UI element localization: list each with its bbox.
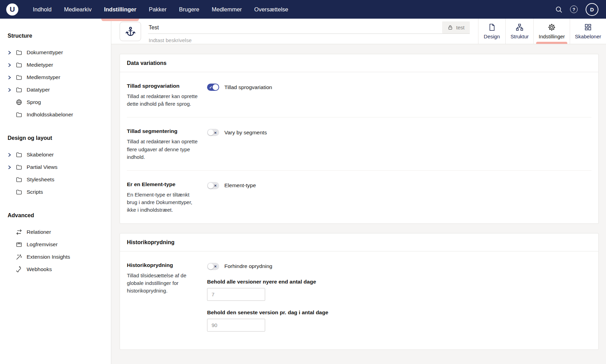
- sidebar-item-scripts[interactable]: Scripts: [8, 186, 108, 198]
- sidebar-item-label: Extension Insights: [27, 254, 70, 260]
- property-control: Tillad sprogvariation: [207, 83, 591, 108]
- tab-skabeloner[interactable]: Skabeloner: [570, 19, 606, 44]
- alias-lock-button[interactable]: test: [442, 21, 470, 33]
- keep-latest-version-days-input[interactable]: [207, 319, 265, 332]
- sidebar-item-dokumenttyper[interactable]: Dokumenttyper: [8, 46, 108, 59]
- sidebar-section-title: Structure: [8, 33, 108, 39]
- toggle-switch-off[interactable]: [207, 182, 219, 189]
- tab-label: Skabeloner: [575, 33, 601, 39]
- sidebar-item-indholdsskabeloner[interactable]: Indholdsskabeloner: [8, 108, 108, 121]
- sidebar-item-label: Webhooks: [27, 266, 52, 272]
- toggle-label: Tillad sprogvariation: [224, 84, 272, 90]
- keep-all-versions-days-input[interactable]: [207, 288, 265, 301]
- sidebar-item-medlemstyper[interactable]: Medlemstyper: [8, 71, 108, 84]
- search-icon[interactable]: [554, 5, 563, 13]
- help-icon[interactable]: [570, 6, 578, 13]
- folder-icon: [15, 111, 22, 118]
- chevron-right-icon[interactable]: [8, 63, 15, 67]
- chevron-right-icon[interactable]: [8, 88, 15, 92]
- sidebar-item-relationer[interactable]: Relationer: [8, 226, 108, 238]
- sidebar-item-stylesheets[interactable]: Stylesheets: [8, 173, 108, 186]
- name-and-description: test: [148, 21, 470, 44]
- nav-item-label: Indstillinger: [104, 6, 137, 13]
- sidebar-item-datatyper[interactable]: Datatyper: [8, 84, 108, 96]
- document-type-icon-picker[interactable]: [120, 22, 141, 41]
- name-row: test: [148, 21, 470, 34]
- nav-item-oversaettelse[interactable]: Oversættelse: [248, 0, 295, 19]
- toggle-row: Vary by segments: [207, 129, 591, 136]
- property-description: En Element-type er tiltænkt brug i andre…: [127, 191, 199, 214]
- chevron-right-icon[interactable]: [8, 165, 15, 170]
- property-title: Tillad sprogvariation: [127, 83, 200, 89]
- folder-icon: [15, 151, 22, 159]
- toggle-switch-off[interactable]: [207, 129, 219, 136]
- nav-item-indstillinger[interactable]: Indstillinger: [98, 0, 143, 19]
- property-control: Vary by segments: [207, 128, 591, 161]
- sidebar-item-logfremviser[interactable]: Logfremviser: [8, 238, 108, 251]
- sidebar-item-extension-insights[interactable]: Extension Insights: [8, 251, 108, 263]
- user-avatar[interactable]: D: [586, 3, 598, 16]
- toggle-switch-off[interactable]: [207, 263, 219, 270]
- sidebar-item-skabeloner[interactable]: Skabeloner: [8, 149, 108, 161]
- property-label: Historikoprydning Tillad tilsidesættelse…: [127, 262, 207, 332]
- toggle-label: Forhindre oprydning: [224, 263, 272, 269]
- sidebar-item-label: Medlemstyper: [27, 74, 60, 80]
- toggle-switch-on[interactable]: [207, 84, 219, 91]
- property-label: Tillad sprogvariation Tillad at redaktør…: [127, 83, 207, 108]
- sidebar-section-structure: Structure Dokumenttyper Medietyper Medle…: [8, 33, 108, 121]
- nav-item-indhold[interactable]: Indhold: [27, 0, 58, 19]
- toggle-row: Forhindre oprydning: [207, 263, 591, 270]
- sidebar-section-title: Advanced: [8, 212, 108, 219]
- sidebar-item-sprog[interactable]: Sprog: [8, 96, 108, 108]
- name-input[interactable]: [148, 25, 442, 31]
- sidebar-item-medietyper[interactable]: Medietyper: [8, 59, 108, 71]
- magic-wand-icon: [15, 253, 22, 261]
- property-row-tillad-segmentering: Tillad segmentering Tillad at redaktører…: [127, 117, 591, 170]
- sidebar-item-label: Logfremviser: [27, 241, 58, 248]
- nav-item-medlemmer[interactable]: Medlemmer: [206, 0, 248, 19]
- log-tray-icon: [15, 241, 22, 248]
- chevron-right-icon[interactable]: [8, 50, 15, 55]
- property-label: Er en Element-type En Element-type er ti…: [127, 181, 207, 214]
- chevron-right-icon[interactable]: [8, 75, 15, 80]
- tab-struktur[interactable]: Struktur: [505, 19, 534, 44]
- sidebar-item-webhooks[interactable]: Webhooks: [8, 263, 108, 276]
- property-label: Tillad segmentering Tillad at redaktører…: [127, 128, 207, 161]
- description-input[interactable]: [148, 36, 470, 44]
- document-icon: [488, 23, 496, 31]
- sidebar-section-advanced: Advanced Relationer Logfremviser Extensi…: [8, 212, 108, 276]
- property-row-er-en-element-type: Er en Element-type En Element-type er ti…: [127, 170, 591, 223]
- tab-label: Indstillinger: [539, 33, 565, 39]
- folder-icon: [15, 86, 22, 94]
- toggle-label: Element-type: [224, 182, 256, 189]
- property-row-tillad-sprogvariation: Tillad sprogvariation Tillad at redaktør…: [127, 72, 591, 117]
- nav-item-pakker[interactable]: Pakker: [142, 0, 173, 19]
- nav-item-mediearkiv[interactable]: Mediearkiv: [58, 0, 98, 19]
- toggle-knob: [208, 264, 214, 269]
- toggle-label: Vary by segments: [224, 130, 267, 136]
- umbraco-logo[interactable]: U: [6, 3, 18, 16]
- tab-indstillinger[interactable]: Indstillinger: [533, 19, 570, 44]
- sidebar-item-label: Scripts: [27, 189, 43, 195]
- chevron-right-icon[interactable]: [8, 153, 15, 157]
- workspace-tabs: Design Struktur Indstillinger Skabeloner: [478, 19, 606, 44]
- folder-icon: [15, 49, 22, 56]
- tab-label: Struktur: [511, 33, 529, 39]
- toggle-knob: [208, 130, 214, 135]
- sidebar-item-label: Dokumenttyper: [27, 49, 63, 56]
- tab-design[interactable]: Design: [478, 19, 505, 44]
- panel-data-variations: Data variations Tillad sprogvariation Ti…: [120, 54, 599, 224]
- nav-item-label: Brugere: [179, 6, 199, 13]
- nav-item-brugere[interactable]: Brugere: [173, 0, 206, 19]
- sidebar-item-label: Stylesheets: [27, 176, 54, 183]
- sidebar-item-label: Medietyper: [27, 62, 53, 68]
- sidebar-item-partial-views[interactable]: Partial Views: [8, 161, 108, 173]
- property-description: Tillad tilsidesættelse af de globale ind…: [127, 272, 199, 295]
- folder-icon: [15, 164, 22, 171]
- alias-text: test: [456, 25, 465, 30]
- nav-item-label: Indhold: [33, 6, 52, 13]
- field-label: Behold alle versioner nyere end antal da…: [207, 279, 591, 285]
- sidebar-item-label: Partial Views: [27, 164, 57, 170]
- folder-icon: [15, 176, 22, 183]
- nav-item-label: Medlemmer: [212, 6, 242, 13]
